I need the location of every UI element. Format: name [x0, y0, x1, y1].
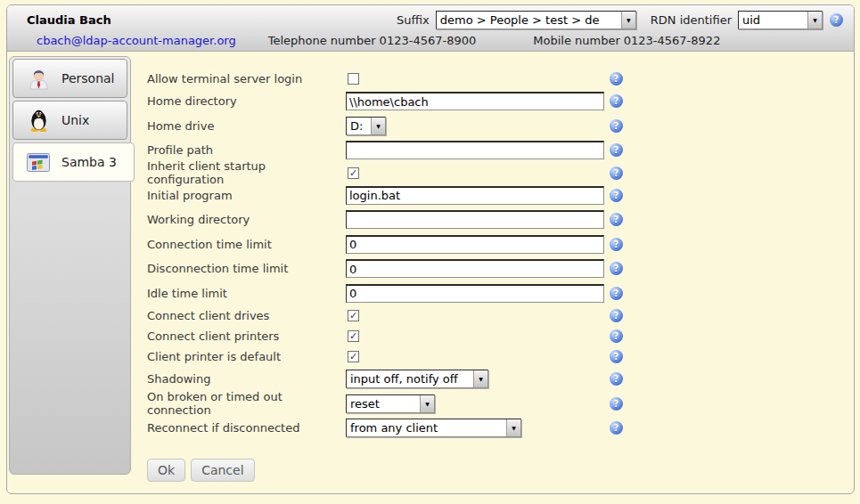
field-label: Reconnect if disconnected [147, 421, 346, 435]
field-label: Shadowing [147, 372, 346, 386]
chevron-down-icon: ▼ [473, 370, 487, 387]
home-directory-input[interactable] [346, 92, 604, 110]
chevron-down-icon: ▼ [506, 419, 520, 436]
help-icon[interactable]: ? [610, 421, 623, 435]
rdn-select-value: uid [739, 12, 807, 28]
suffix-label: Suffix [397, 13, 430, 27]
chevron-down-icon: ▼ [420, 395, 434, 412]
header-controls: Suffix demo > People > test > de ▼ RDN i… [397, 11, 843, 29]
form-row-on-broken-or-timed-out-connection: On broken or timed out connectionreset▼? [147, 392, 623, 417]
field-control: from any client▼ [346, 419, 610, 437]
field-label: Connection time limit [147, 238, 346, 251]
client-printer-is-default-checkbox[interactable]: ✓ [348, 351, 359, 362]
sidebar-tabs: PersonalUnixSamba 3 [9, 56, 131, 475]
help-icon[interactable]: ? [610, 143, 623, 157]
help-icon[interactable]: ? [610, 372, 623, 386]
reconnect-if-disconnected-select[interactable]: from any client▼ [346, 419, 521, 437]
field-control [346, 284, 610, 303]
form-row-initial-program: Initial program? [147, 183, 623, 208]
main-content: PersonalUnixSamba 3 Allow terminal serve… [7, 52, 854, 482]
help-icon[interactable]: ? [610, 287, 623, 300]
suffix-select[interactable]: demo > People > test > de ▼ [436, 11, 636, 29]
mobile-number: Mobile number 0123-4567-8922 [533, 34, 720, 47]
inherit-client-startup-configuration-checkbox[interactable]: ✓ [348, 167, 359, 179]
tab-personal[interactable]: Personal [12, 59, 127, 98]
help-icon[interactable]: ? [830, 13, 843, 27]
field-control: D:▼ [346, 117, 610, 135]
connect-client-drives-checkbox[interactable]: ✓ [348, 310, 359, 321]
tab-unix[interactable]: Unix [12, 101, 127, 140]
help-icon[interactable]: ? [610, 329, 623, 343]
tux-icon [27, 109, 50, 132]
field-label: Connect client drives [147, 309, 346, 322]
form-row-client-printer-is-default: Client printer is default✓? [147, 346, 623, 367]
samba3-form: Allow terminal server login?Home directo… [147, 52, 623, 482]
field-label: Idle time limit [147, 287, 346, 300]
tab-label: Samba 3 [61, 155, 117, 169]
suffix-select-value: demo > People > test > de [437, 12, 621, 28]
chevron-down-icon: ▼ [621, 12, 635, 28]
user-icon [27, 68, 50, 90]
form-row-allow-terminal-server-login: Allow terminal server login? [147, 69, 623, 89]
field-label: Home drive [147, 119, 346, 133]
help-icon[interactable]: ? [610, 309, 623, 322]
field-label: Connect client printers [147, 329, 346, 343]
profile-path-input[interactable] [346, 141, 604, 159]
form-row-working-directory: Working directory? [147, 207, 623, 232]
field-control [346, 235, 610, 254]
email-link[interactable]: cbach@ldap-account-manager.org [37, 34, 236, 47]
ok-button[interactable]: Ok [147, 459, 185, 482]
field-label: Inherit client startup configuration [147, 159, 346, 186]
windows-icon [27, 153, 50, 172]
form-row-connect-client-printers: Connect client printers✓? [147, 326, 623, 346]
chevron-down-icon: ▼ [807, 12, 822, 28]
help-icon[interactable]: ? [610, 213, 623, 226]
help-icon[interactable]: ? [610, 262, 623, 275]
help-icon[interactable]: ? [610, 167, 623, 180]
help-icon[interactable]: ? [610, 189, 623, 202]
form-row-shadowing: Shadowinginput off, notify off▼? [147, 367, 623, 392]
field-control [346, 186, 610, 205]
cancel-button[interactable]: Cancel [191, 459, 254, 482]
field-control [346, 92, 610, 110]
field-label: Initial program [147, 189, 346, 202]
account-name: Claudia Bach [27, 13, 111, 27]
form-row-inherit-client-startup-configuration: Inherit client startup configuration✓? [147, 163, 623, 183]
select-value: input off, notify off [347, 370, 473, 387]
rdn-identifier-select[interactable]: uid ▼ [738, 11, 823, 29]
help-icon[interactable]: ? [610, 397, 623, 411]
select-value: reset [347, 395, 420, 412]
mobile-label: Mobile number [533, 34, 620, 47]
on-broken-or-timed-out-connection-select[interactable]: reset▼ [346, 394, 435, 413]
account-edit-window: Claudia Bach Suffix demo > People > test… [6, 4, 855, 494]
connect-client-printers-checkbox[interactable]: ✓ [348, 330, 359, 342]
field-control: input off, notify off▼ [346, 370, 610, 388]
shadowing-select[interactable]: input off, notify off▼ [346, 370, 488, 388]
connection-time-limit-input[interactable] [346, 235, 604, 254]
tab-label: Personal [61, 71, 115, 85]
field-label: On broken or timed out connection [147, 390, 346, 417]
initial-program-input[interactable] [346, 186, 604, 205]
idle-time-limit-input[interactable] [346, 284, 604, 303]
tab-label: Unix [61, 113, 89, 127]
field-control [346, 73, 610, 85]
field-control: reset▼ [346, 394, 610, 413]
disconnection-time-limit-input[interactable] [346, 259, 604, 278]
help-icon[interactable]: ? [610, 72, 623, 85]
field-control: ✓ [346, 310, 610, 321]
allow-terminal-server-login-checkbox[interactable] [348, 73, 359, 85]
tab-samba-3[interactable]: Samba 3 [12, 142, 135, 182]
help-icon[interactable]: ? [610, 350, 623, 363]
home-drive-select[interactable]: D:▼ [346, 117, 386, 135]
help-icon[interactable]: ? [610, 94, 623, 108]
form-row-reconnect-if-disconnected: Reconnect if disconnectedfrom any client… [147, 416, 623, 441]
field-control: ✓ [346, 351, 610, 362]
header-contact-row: cbach@ldap-account-manager.org Telephone… [27, 31, 843, 49]
field-label: Client printer is default [147, 350, 346, 363]
help-icon[interactable]: ? [610, 238, 623, 251]
working-directory-input[interactable] [346, 210, 604, 229]
select-value: from any client [347, 419, 506, 436]
field-control [346, 210, 610, 229]
field-label: Allow terminal server login [147, 72, 346, 85]
help-icon[interactable]: ? [610, 119, 623, 133]
